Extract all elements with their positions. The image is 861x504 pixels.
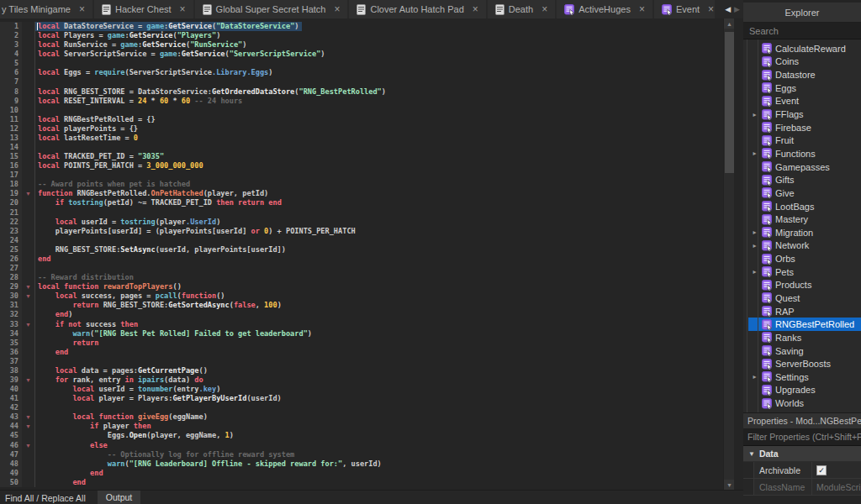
code-line[interactable]: 17 bbox=[0, 171, 723, 180]
explorer-item-rap[interactable]: RAP bbox=[743, 305, 861, 318]
code-line[interactable]: 6local Eggs = require(ServerScriptServic… bbox=[0, 68, 723, 77]
code-line[interactable]: 11local RNGBestPetRolled = {} bbox=[0, 115, 723, 124]
tab-scroll-right-icon[interactable]: ▶ bbox=[734, 5, 740, 13]
explorer-search-input[interactable]: Search bbox=[743, 23, 861, 39]
expand-arrow-icon[interactable]: ▸ bbox=[751, 268, 758, 276]
code-line[interactable]: 38 local data = pages:GetCurrentPage() bbox=[0, 366, 723, 375]
code-line[interactable]: 24 bbox=[0, 236, 723, 245]
code-line[interactable]: 12local playerPoints = {} bbox=[0, 124, 723, 134]
code-line[interactable]: 21 bbox=[0, 208, 723, 218]
code-line[interactable]: 34 warn("[RNG Best Pet Rolled] Failed to… bbox=[0, 329, 723, 339]
explorer-item-settings[interactable]: ▸Settings bbox=[743, 370, 861, 384]
code-line[interactable]: 23 playerPoints[userId] = (playerPoints[… bbox=[0, 227, 723, 236]
explorer-item-ranks[interactable]: Ranks bbox=[743, 331, 861, 344]
code-line[interactable]: 46▼ else bbox=[0, 441, 723, 450]
code-line[interactable]: 45 Eggs.Open(player, eggName, 1) bbox=[0, 431, 723, 440]
code-line[interactable]: 32 end) bbox=[0, 310, 723, 319]
editor-tab[interactable]: Event× bbox=[654, 0, 715, 18]
code-line[interactable]: 5 bbox=[0, 59, 723, 68]
code-line[interactable]: 29▼local function rewardTopPlayers() bbox=[0, 282, 723, 291]
explorer-item-fruit[interactable]: Fruit bbox=[743, 134, 861, 147]
code-line[interactable]: 48 warn("[RNG Leaderboard] Offline - ski… bbox=[0, 459, 723, 469]
code-line[interactable]: 33▼ if not success then bbox=[0, 320, 723, 329]
code-line[interactable]: 4local ServerScriptService = game:GetSer… bbox=[0, 50, 723, 59]
code-line[interactable]: 15local TRACKED_PET_ID = "3035" bbox=[0, 152, 723, 161]
close-icon[interactable]: × bbox=[541, 5, 547, 13]
explorer-item-quest[interactable]: Quest bbox=[743, 291, 861, 305]
explorer-item-eggs[interactable]: Eggs bbox=[743, 81, 861, 95]
properties-section-data[interactable]: ▼ Data bbox=[743, 446, 861, 462]
code-line[interactable]: 50 end bbox=[0, 478, 723, 487]
explorer-item-datastore[interactable]: Datastore bbox=[743, 68, 861, 81]
tab-scroll-left-icon[interactable]: ◀ bbox=[725, 5, 731, 13]
explorer-item-saving[interactable]: Saving bbox=[743, 344, 861, 358]
properties-header[interactable]: Properties - Mod...NGBestPetRol bbox=[743, 412, 861, 429]
expand-arrow-icon[interactable]: ▸ bbox=[751, 150, 758, 157]
explorer-item-event[interactable]: Event bbox=[743, 95, 861, 108]
code-line[interactable]: 16local POINTS_PER_HATCH = 3_000_000_000 bbox=[0, 161, 723, 171]
archivable-checkbox[interactable]: ✓ bbox=[816, 465, 827, 475]
find-all-replace-all-tab[interactable]: Find All / Replace All bbox=[0, 493, 91, 503]
code-editor[interactable]: 1local DataStoreService = game:GetServic… bbox=[0, 18, 723, 490]
code-line[interactable]: 18-- Award points when pet is hatched bbox=[0, 180, 723, 189]
editor-tab[interactable]: y Tiles Minigame× bbox=[0, 0, 92, 18]
explorer-item-gifts[interactable]: Gifts bbox=[743, 173, 861, 186]
explorer-item-gamepasses[interactable]: Gamepasses bbox=[743, 160, 861, 174]
output-tab[interactable]: Output bbox=[98, 491, 141, 504]
explorer-item-upgrades[interactable]: Upgrades bbox=[743, 384, 861, 397]
code-line[interactable]: 1local DataStoreService = game:GetServic… bbox=[0, 22, 723, 31]
expand-arrow-icon[interactable]: ▸ bbox=[751, 228, 758, 236]
explorer-item-migration[interactable]: ▸Migration bbox=[743, 226, 861, 239]
close-icon[interactable]: × bbox=[708, 5, 714, 13]
editor-tab[interactable]: Death× bbox=[488, 0, 555, 18]
code-line[interactable]: 8local RNG_BEST_STORE = DataStoreService… bbox=[0, 87, 723, 97]
code-line[interactable]: 44▼ if player then bbox=[0, 422, 723, 431]
code-line[interactable]: 2local Players = game:GetService("Player… bbox=[0, 31, 723, 40]
code-line[interactable]: 27 bbox=[0, 264, 723, 273]
close-icon[interactable]: × bbox=[639, 5, 645, 13]
fold-arrow-icon[interactable]: ▼ bbox=[22, 422, 35, 431]
code-line[interactable]: 26end bbox=[0, 255, 723, 264]
code-line[interactable]: 7 bbox=[0, 77, 723, 87]
editor-vertical-scrollbar[interactable]: ▲ ▼ bbox=[723, 18, 735, 490]
fold-arrow-icon[interactable]: ▼ bbox=[22, 441, 35, 450]
editor-tab[interactable]: Hacker Chest× bbox=[94, 0, 193, 18]
fold-arrow-icon[interactable]: ▼ bbox=[22, 291, 35, 301]
properties-filter-input[interactable]: Filter Properties (Ctrl+Shift+P) bbox=[743, 429, 861, 446]
explorer-item-network[interactable]: ▸Network bbox=[743, 239, 861, 253]
explorer-item-calculatereward[interactable]: CalculateReward bbox=[743, 42, 861, 55]
explorer-item-lootbags[interactable]: LootBags bbox=[743, 200, 861, 213]
fold-arrow-icon[interactable]: ▼ bbox=[22, 189, 35, 198]
code-line[interactable]: 36 end bbox=[0, 348, 723, 357]
expand-arrow-icon[interactable]: ▸ bbox=[751, 242, 758, 249]
explorer-item-rngbestpetrolled[interactable]: RNGBestPetRolled bbox=[743, 318, 861, 331]
code-line[interactable]: 28-- Reward distribution bbox=[0, 273, 723, 282]
code-line[interactable]: 30▼ local success, pages = pcall(functio… bbox=[0, 291, 723, 301]
close-icon[interactable]: × bbox=[79, 5, 85, 13]
explorer-item-pets[interactable]: ▸Pets bbox=[743, 265, 861, 279]
property-value[interactable]: ✓ bbox=[811, 462, 861, 478]
code-line[interactable]: 31 return RNG_BEST_STORE:GetSortedAsync(… bbox=[0, 301, 723, 310]
editor-tab[interactable]: Clover Auto Hatch Pad× bbox=[349, 0, 485, 18]
explorer-item-firebase[interactable]: Firebase bbox=[743, 121, 861, 134]
code-line[interactable]: 35 return bbox=[0, 339, 723, 348]
code-line[interactable]: 41 local player = Players:GetPlayerByUse… bbox=[0, 394, 723, 403]
editor-tab[interactable]: Global Super Secret Hatch× bbox=[195, 0, 348, 18]
explorer-item-fflags[interactable]: ▸FFlags bbox=[743, 108, 861, 121]
close-icon[interactable]: × bbox=[334, 5, 340, 13]
fold-arrow-icon[interactable]: ▼ bbox=[22, 320, 35, 329]
code-line[interactable]: 37 bbox=[0, 357, 723, 366]
fold-arrow-icon[interactable]: ▼ bbox=[22, 412, 35, 422]
close-icon[interactable]: × bbox=[473, 5, 478, 13]
explorer-item-worlds[interactable]: Worlds bbox=[743, 396, 861, 410]
code-line[interactable]: 49 end bbox=[0, 469, 723, 478]
code-line[interactable]: 39▼ for rank, entry in ipairs(data) do bbox=[0, 375, 723, 385]
explorer-item-orbs[interactable]: Orbs bbox=[743, 252, 861, 265]
code-line[interactable]: 13local lastResetTime = 0 bbox=[0, 134, 723, 143]
expand-arrow-icon[interactable]: ▸ bbox=[751, 373, 758, 381]
explorer-item-coins[interactable]: Coins bbox=[743, 55, 861, 69]
code-line[interactable]: 10 bbox=[0, 106, 723, 115]
code-line[interactable]: 40 local userId = tonumber(entry.key) bbox=[0, 385, 723, 394]
code-line[interactable]: 3local RunService = game:GetService("Run… bbox=[0, 40, 723, 50]
code-line[interactable]: 42 bbox=[0, 403, 723, 412]
